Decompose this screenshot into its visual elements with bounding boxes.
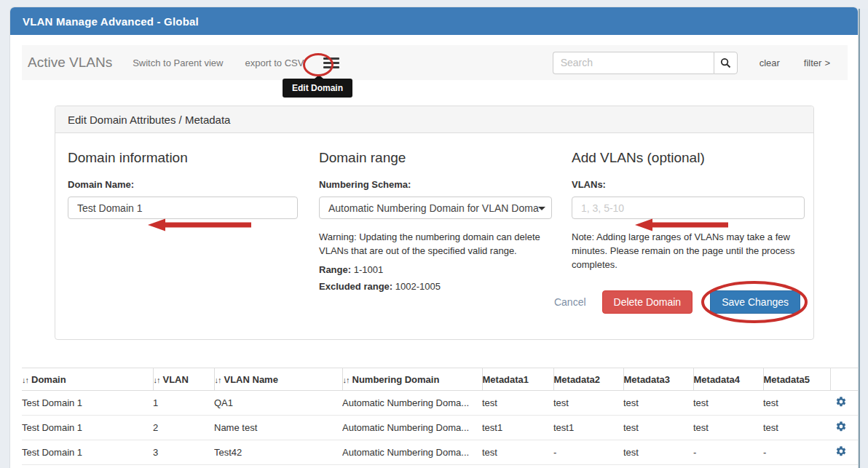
annotation-arrow-vlans bbox=[635, 218, 728, 232]
panel-actions: Cancel Delete Domain Save Changes bbox=[554, 290, 800, 314]
col-header-metadata5: Metadata5 bbox=[763, 368, 830, 391]
numbering-schema-select[interactable]: Automatic Numbering Domain for VLAN Doma bbox=[319, 197, 552, 219]
window-right-edge bbox=[859, 9, 868, 468]
domain-information-section: Domain information Domain Name: bbox=[68, 150, 298, 219]
app-window: VLAN Manage Advanced - Global Active VLA… bbox=[10, 7, 858, 468]
range-value: 1-1001 bbox=[354, 264, 383, 275]
excluded-range-line: Excluded range: 1002-1005 bbox=[319, 281, 552, 292]
panel-title: Edit Domain Attributes / Metadata bbox=[55, 106, 813, 133]
excluded-range-label: Excluded range: bbox=[319, 281, 392, 292]
save-changes-button[interactable]: Save Changes bbox=[710, 290, 800, 314]
annotation-arrow-domain-name bbox=[148, 218, 251, 232]
vlans-note-text: Note: Adding large ranges of VLANs may t… bbox=[572, 231, 805, 272]
col-header-metadata1: Metadata1 bbox=[482, 368, 553, 391]
gear-icon bbox=[835, 421, 847, 432]
domain-range-heading: Domain range bbox=[319, 150, 552, 166]
domain-information-heading: Domain information bbox=[68, 150, 298, 166]
table-row: Test Domain 1 2 Name test Automatic Numb… bbox=[22, 416, 858, 440]
col-header-metadata4: Metadata4 bbox=[693, 368, 763, 391]
filter-link[interactable]: filter> bbox=[804, 57, 830, 68]
titlebar: VLAN Manage Advanced - Global bbox=[10, 7, 858, 35]
active-vlans-heading: Active VLANs bbox=[28, 55, 112, 71]
export-csv-link[interactable]: export to CSV bbox=[245, 57, 304, 68]
excluded-range-value: 1002-1005 bbox=[395, 281, 441, 292]
toolbar: Active VLANs Switch to Parent view expor… bbox=[22, 45, 848, 80]
domain-range-section: Domain range Numbering Schema: Automatic… bbox=[319, 150, 552, 292]
col-header-numbering-domain[interactable]: ↓↑Numbering Domain bbox=[342, 368, 482, 391]
numbering-schema-label: Numbering Schema: bbox=[319, 179, 552, 190]
edit-domain-panel: Edit Domain Attributes / Metadata Domain… bbox=[55, 106, 814, 340]
col-header-actions bbox=[830, 368, 858, 391]
vlans-input[interactable] bbox=[572, 197, 805, 219]
numbering-schema-value: Automatic Numbering Domain for VLAN Doma bbox=[328, 202, 539, 214]
caret-down-icon bbox=[538, 207, 545, 210]
search-input[interactable] bbox=[553, 52, 714, 74]
col-header-vlan[interactable]: ↓↑VLAN bbox=[153, 368, 214, 391]
cancel-button[interactable]: Cancel bbox=[554, 296, 586, 308]
table-header-row: ↓↑Domain ↓↑VLAN ↓↑VLAN Name ↓↑Numbering … bbox=[22, 368, 858, 391]
range-line: Range: 1-1001 bbox=[319, 264, 552, 275]
vlan-table: ↓↑Domain ↓↑VLAN ↓↑VLAN Name ↓↑Numbering … bbox=[22, 368, 858, 465]
search-button[interactable] bbox=[714, 52, 738, 74]
range-warning-text: Warning: Updating the numbering domain c… bbox=[319, 231, 552, 258]
sort-icon: ↓↑ bbox=[343, 376, 350, 384]
panel-body: Domain information Domain Name: Domain r… bbox=[55, 133, 813, 339]
delete-domain-button[interactable]: Delete Domain bbox=[602, 290, 693, 314]
row-settings[interactable] bbox=[830, 416, 858, 440]
clear-link[interactable]: clear bbox=[760, 57, 780, 68]
add-vlans-heading: Add VLANs (optional) bbox=[572, 150, 805, 166]
col-header-metadata3: Metadata3 bbox=[623, 368, 693, 391]
col-header-domain[interactable]: ↓↑Domain bbox=[22, 368, 153, 391]
chevron-right-icon: > bbox=[824, 57, 830, 68]
table-row: Test Domain 1 1 QA1 Automatic Numbering … bbox=[22, 391, 858, 416]
edit-domain-tooltip: Edit Domain bbox=[283, 79, 352, 98]
col-header-metadata2: Metadata2 bbox=[553, 368, 623, 391]
domain-name-label: Domain Name: bbox=[68, 179, 298, 190]
add-vlans-section: Add VLANs (optional) VLANs: Note: Adding… bbox=[572, 150, 805, 272]
sort-icon: ↓↑ bbox=[154, 376, 160, 384]
gear-icon bbox=[835, 445, 847, 457]
table-row: Test Domain 1 3 Test42 Automatic Numberi… bbox=[22, 440, 858, 465]
col-header-vlan-name[interactable]: ↓↑VLAN Name bbox=[214, 368, 342, 391]
domain-name-input[interactable] bbox=[68, 197, 298, 219]
page-title: VLAN Manage Advanced - Global bbox=[23, 15, 199, 28]
sort-icon: ↓↑ bbox=[22, 376, 28, 384]
vlans-label: VLANs: bbox=[572, 179, 805, 190]
row-settings[interactable] bbox=[830, 391, 858, 416]
row-settings[interactable] bbox=[830, 440, 858, 465]
range-label: Range: bbox=[319, 264, 351, 275]
sort-icon: ↓↑ bbox=[215, 376, 221, 384]
menu-icon[interactable] bbox=[323, 57, 339, 68]
gear-icon bbox=[835, 396, 847, 408]
search-group: clear filter> bbox=[553, 52, 830, 74]
search-icon bbox=[720, 57, 731, 68]
switch-parent-view-link[interactable]: Switch to Parent view bbox=[133, 57, 223, 68]
